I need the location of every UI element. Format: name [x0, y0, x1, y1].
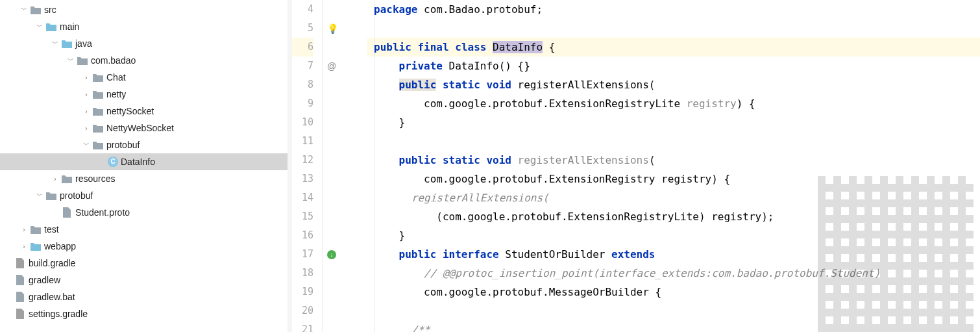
chevron-right-icon[interactable]: ›	[49, 175, 61, 183]
tree-item-label: build.gradle	[29, 258, 75, 268]
gutter-icon-row	[323, 301, 367, 320]
tree-item-label: gradlew	[29, 275, 60, 285]
tree-item-main[interactable]: ﹀main	[0, 18, 288, 35]
code-line[interactable]: registerAllExtensions(	[367, 188, 980, 207]
tree-item-datainfo[interactable]: CDataInfo	[0, 153, 288, 170]
tree-item-netty[interactable]: ›netty	[0, 86, 288, 103]
line-number: 6	[292, 38, 313, 57]
gutter-icon-row	[323, 264, 367, 283]
line-number: 7	[292, 57, 313, 75]
tree-item-student-proto[interactable]: Student.proto	[0, 204, 288, 221]
pkg-folder-icon	[92, 139, 104, 151]
line-number: 19	[292, 283, 313, 301]
tree-item-settings-gradle[interactable]: settings.gradle	[0, 305, 288, 322]
code-line[interactable]: /**	[367, 320, 980, 332]
pkg-folder-icon	[77, 55, 88, 66]
tree-item-gradlew-bat[interactable]: gradlew.bat	[0, 288, 288, 305]
code-line[interactable]: }	[367, 113, 980, 132]
tree-item-test[interactable]: ›test	[0, 221, 288, 238]
chevron-down-icon[interactable]: ﹀	[34, 22, 45, 31]
chevron-right-icon[interactable]: ›	[80, 74, 92, 81]
tree-item-label: nettySocket	[106, 106, 154, 116]
gutter-icon-row	[323, 226, 367, 245]
code-line[interactable]: public static void registerAllExtensions…	[367, 75, 980, 94]
code-line[interactable]	[367, 301, 980, 320]
tree-item-nettysocket[interactable]: ›nettySocket	[0, 103, 288, 120]
chevron-down-icon[interactable]: ﹀	[34, 191, 45, 200]
code-line[interactable]: }	[367, 226, 980, 245]
gutter-icon-row: ↓	[323, 245, 367, 264]
line-number: 4	[292, 0, 313, 19]
chevron-right-icon[interactable]: ›	[18, 226, 30, 233]
code-editor[interactable]: 456789101112131415161718192021 💡@↓ packa…	[292, 0, 980, 332]
line-number: 12	[292, 151, 313, 170]
grey-folder-icon	[45, 190, 57, 201]
tree-item-label: netty	[106, 89, 126, 99]
tree-item-webapp[interactable]: ›webapp	[0, 238, 288, 255]
pkg-folder-icon	[92, 71, 104, 83]
code-line[interactable]: (com.google.protobuf.ExtensionRegistryLi…	[367, 207, 980, 226]
grey-folder-icon	[30, 4, 42, 16]
tree-item-label: src	[44, 5, 56, 15]
tree-item-protobuf[interactable]: ﹀protobuf	[0, 187, 288, 204]
c-file-icon: C	[108, 157, 118, 167]
chevron-down-icon[interactable]: ﹀	[80, 140, 92, 149]
code-area[interactable]: package com.Badao.protobuf;public final …	[367, 0, 980, 332]
tree-item-label: java	[75, 38, 92, 49]
tree-item-gradlew[interactable]: gradlew	[0, 272, 288, 288]
blue-folder-icon	[30, 240, 42, 252]
code-line[interactable]	[367, 132, 980, 151]
tree-item-build-gradle[interactable]: build.gradle	[0, 255, 288, 272]
tree-item-label: com.badao	[91, 55, 136, 66]
chevron-down-icon[interactable]: ﹀	[18, 5, 30, 14]
implement-icon[interactable]: ↓	[327, 250, 336, 259]
tree-item-protobuf[interactable]: ﹀protobuf	[0, 136, 288, 153]
line-number: 14	[292, 188, 313, 207]
tree-item-com-badao[interactable]: ﹀com.badao	[0, 52, 288, 69]
line-number: 5	[292, 19, 313, 38]
tree-item-label: resources	[75, 173, 115, 184]
override-icon[interactable]: @	[327, 61, 336, 71]
tree-item-src[interactable]: ﹀src	[0, 1, 288, 18]
grey-folder-icon	[30, 223, 42, 235]
generic-file-icon	[14, 291, 26, 303]
chevron-right-icon[interactable]: ›	[80, 91, 92, 98]
tree-item-label: protobuf	[106, 140, 140, 150]
line-number: 18	[292, 264, 313, 283]
tree-item-label: main	[60, 21, 79, 32]
gradle-file-icon	[14, 257, 26, 269]
code-line[interactable]: public interface StudentOrBuilder extend…	[367, 245, 980, 264]
code-line[interactable]: public final class DataInfo {	[367, 38, 980, 57]
pkg-folder-icon	[92, 122, 104, 134]
chevron-right-icon[interactable]: ›	[80, 108, 92, 115]
chevron-right-icon[interactable]: ›	[18, 243, 30, 250]
lightbulb-icon[interactable]: 💡	[327, 23, 338, 34]
line-number: 16	[292, 226, 313, 245]
project-tree[interactable]: ﹀src﹀main﹀java﹀com.badao›Chat›netty›nett…	[0, 0, 288, 332]
gutter-icon-row	[323, 170, 367, 188]
pkg-folder-icon	[92, 105, 104, 117]
chevron-down-icon[interactable]: ﹀	[49, 39, 61, 48]
code-line[interactable]: com.google.protobuf.ExtensionRegistry re…	[367, 170, 980, 188]
gutter-icon-row	[323, 283, 367, 301]
chevron-down-icon[interactable]: ﹀	[65, 56, 77, 65]
code-line[interactable]: // @@protoc_insertion_point(interface_ex…	[367, 264, 980, 283]
line-number: 11	[292, 132, 313, 151]
gutter-icon-row	[323, 188, 367, 207]
code-line[interactable]	[367, 19, 980, 38]
code-line[interactable]: com.google.protobuf.ExtensionRegistryLit…	[367, 94, 980, 113]
chevron-right-icon[interactable]: ›	[80, 125, 92, 132]
code-line[interactable]: com.google.protobuf.MessageOrBuilder {	[367, 283, 980, 301]
tree-item-label: webapp	[44, 241, 76, 251]
tree-item-nettywebsocket[interactable]: ›NettyWebSocket	[0, 120, 288, 136]
tree-item-java[interactable]: ﹀java	[0, 35, 288, 52]
gutter-icon-row	[323, 151, 367, 170]
tree-item-resources[interactable]: ›resources	[0, 170, 288, 187]
code-line[interactable]: private DataInfo() {}	[367, 57, 980, 75]
line-number: 21	[292, 320, 313, 332]
tree-item-label: NettyWebSocket	[106, 123, 174, 133]
code-line[interactable]: public static void registerAllExtensions…	[367, 151, 980, 170]
code-line[interactable]: package com.Badao.protobuf;	[367, 0, 980, 19]
tree-item-chat[interactable]: ›Chat	[0, 69, 288, 86]
tree-scrollbar[interactable]	[288, 0, 292, 332]
